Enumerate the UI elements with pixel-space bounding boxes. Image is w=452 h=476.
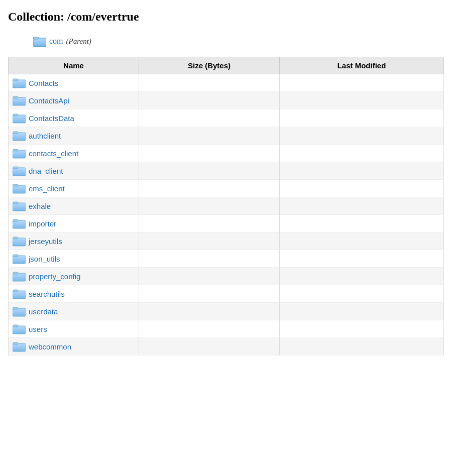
item-link[interactable]: contacts_client	[29, 149, 78, 158]
parent-link[interactable]: com	[49, 37, 63, 46]
item-link[interactable]: importer	[29, 219, 56, 228]
svg-rect-17	[13, 185, 26, 193]
svg-rect-12	[13, 132, 18, 134]
row-size-cell	[139, 162, 280, 180]
svg-rect-20	[13, 202, 18, 204]
row-name-cell: dna_client	[9, 162, 139, 180]
folder-icon	[13, 271, 26, 282]
svg-rect-10	[13, 114, 18, 116]
table-row: jerseyutils	[9, 232, 444, 250]
svg-rect-19	[13, 203, 26, 211]
svg-rect-3	[33, 38, 46, 46]
row-modified-cell	[280, 162, 444, 180]
svg-rect-15	[13, 168, 26, 176]
table-row: ContactsData	[9, 109, 444, 127]
table-row: dna_client	[9, 162, 444, 180]
row-size-cell	[139, 320, 280, 338]
svg-rect-13	[13, 150, 26, 158]
table-row: exhale	[9, 197, 444, 215]
row-name-cell: ems_client	[9, 180, 139, 197]
folder-icon	[13, 200, 26, 211]
row-name-cell: users	[9, 320, 139, 338]
item-link[interactable]: users	[29, 325, 47, 333]
svg-rect-23	[13, 238, 26, 246]
row-size-cell	[139, 250, 280, 268]
svg-rect-36	[13, 342, 18, 344]
item-link[interactable]: ems_client	[29, 184, 65, 193]
folder-icon	[13, 323, 26, 334]
row-name-cell: property_config	[9, 268, 139, 285]
svg-rect-24	[13, 237, 18, 239]
file-table: Name Size (Bytes) Last Modified Contacts	[8, 57, 444, 355]
table-row: importer	[9, 215, 444, 232]
svg-rect-5	[13, 80, 26, 88]
item-link[interactable]: ContactsApi	[29, 96, 69, 105]
column-header-modified: Last Modified	[280, 57, 444, 74]
table-row: userdata	[9, 303, 444, 320]
row-name-cell: importer	[9, 215, 139, 232]
table-row: json_utils	[9, 250, 444, 268]
row-modified-cell	[280, 215, 444, 232]
column-header-size: Size (Bytes)	[139, 57, 280, 74]
item-link[interactable]: json_utils	[29, 255, 60, 263]
svg-rect-34	[13, 325, 18, 327]
folder-icon	[13, 341, 26, 352]
svg-rect-6	[13, 79, 18, 81]
row-size-cell	[139, 197, 280, 215]
row-size-cell	[139, 109, 280, 127]
svg-rect-14	[13, 149, 18, 151]
svg-rect-28	[13, 272, 18, 274]
folder-icon	[13, 165, 26, 176]
row-name-cell: ContactsData	[9, 109, 139, 127]
page-title: Collection: /com/evertrue	[8, 10, 444, 24]
row-name-cell: userdata	[9, 303, 139, 320]
item-link[interactable]: jerseyutils	[29, 237, 62, 246]
item-link[interactable]: searchutils	[29, 290, 65, 298]
svg-rect-16	[13, 167, 18, 169]
folder-icon	[13, 77, 26, 88]
row-name-cell: Contacts	[9, 74, 139, 92]
svg-rect-18	[13, 184, 18, 186]
row-modified-cell	[280, 320, 444, 338]
item-link[interactable]: exhale	[29, 202, 51, 210]
row-size-cell	[139, 303, 280, 320]
row-modified-cell	[280, 250, 444, 268]
column-header-name: Name	[9, 57, 139, 74]
svg-rect-31	[13, 308, 26, 316]
row-modified-cell	[280, 285, 444, 303]
row-name-cell: authclient	[9, 127, 139, 145]
svg-rect-4	[34, 37, 39, 39]
row-size-cell	[139, 92, 280, 109]
svg-rect-26	[13, 255, 18, 257]
folder-icon	[13, 130, 26, 141]
table-row: ems_client	[9, 180, 444, 197]
row-name-cell: searchutils	[9, 285, 139, 303]
row-name-cell: exhale	[9, 197, 139, 215]
item-link[interactable]: webcommon	[29, 342, 71, 351]
row-size-cell	[139, 338, 280, 355]
svg-rect-11	[13, 133, 26, 141]
row-size-cell	[139, 232, 280, 250]
svg-rect-30	[13, 290, 18, 292]
row-size-cell	[139, 285, 280, 303]
folder-icon	[13, 288, 26, 299]
item-link[interactable]: authclient	[29, 132, 61, 140]
row-modified-cell	[280, 180, 444, 197]
folder-icon	[13, 95, 26, 106]
row-size-cell	[139, 74, 280, 92]
item-link[interactable]: property_config	[29, 272, 80, 281]
svg-rect-33	[13, 326, 26, 334]
table-row: Contacts	[9, 74, 444, 92]
folder-icon	[13, 306, 26, 317]
svg-rect-8	[13, 96, 18, 98]
svg-rect-32	[13, 307, 18, 309]
folder-icon	[13, 218, 26, 229]
table-header-row: Name Size (Bytes) Last Modified	[9, 57, 444, 74]
folder-icon	[13, 235, 26, 247]
item-link[interactable]: ContactsData	[29, 114, 74, 123]
table-row: webcommon	[9, 338, 444, 355]
row-modified-cell	[280, 127, 444, 145]
item-link[interactable]: dna_client	[29, 167, 63, 175]
item-link[interactable]: userdata	[29, 307, 58, 316]
item-link[interactable]: Contacts	[29, 79, 58, 87]
